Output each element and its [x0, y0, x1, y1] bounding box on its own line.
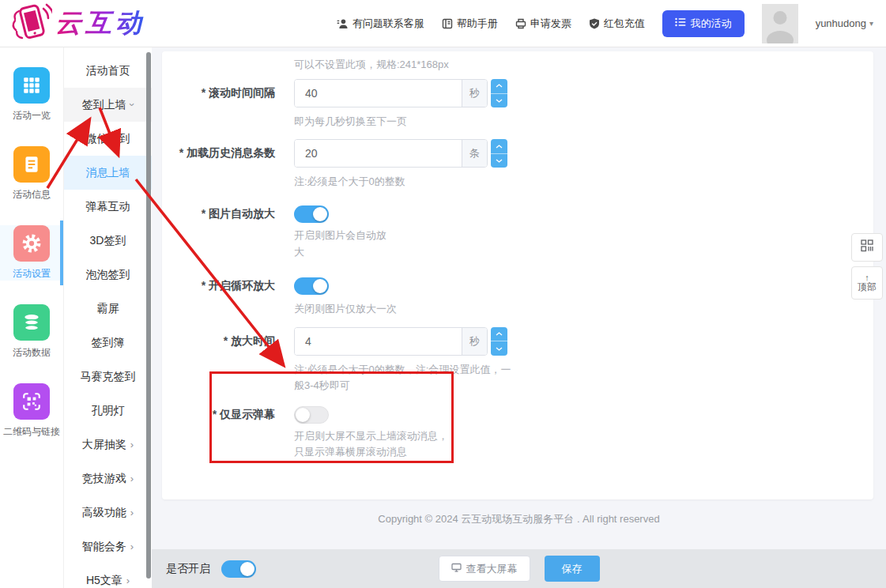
- database-icon: [13, 304, 50, 341]
- sidebar-item-label: 二维码与链接: [3, 425, 60, 439]
- app-header: 云互动 有问题联系客服 帮助手册: [0, 0, 886, 47]
- submenu-item-advanced[interactable]: 高级功能 ›: [64, 496, 152, 530]
- view-big-screen-label: 查看大屏幕: [466, 562, 518, 576]
- sidebar-item-activity-overview[interactable]: 活动一览: [0, 67, 63, 122]
- phone-logo-icon: [9, 2, 52, 46]
- field-label: * 仅显示弹幕: [162, 408, 275, 422]
- sidebar-item-label: 活动数据: [13, 346, 51, 360]
- save-button[interactable]: 保存: [545, 556, 600, 582]
- spinner-up-button[interactable]: [491, 79, 507, 94]
- submenu-item-wechat-signin[interactable]: 微信签到: [64, 122, 152, 156]
- unit-label: 条: [462, 140, 487, 167]
- spinner-up-button[interactable]: [491, 327, 507, 342]
- chevron-right-icon: ›: [130, 541, 134, 552]
- submenu-label: 签到簿: [92, 336, 125, 350]
- form-row-danmu-only: * 仅显示弹幕: [162, 406, 873, 424]
- scroll-interval-input[interactable]: [295, 80, 462, 107]
- submenu: 活动首页 签到上墙 › 微信签到 消息上墙 弹幕互动 3D签到 泡泡签到 霸屏 …: [63, 47, 152, 588]
- nav-customer-service[interactable]: 有问题联系客服: [337, 17, 424, 31]
- nav-help-manual[interactable]: 帮助手册: [442, 17, 498, 31]
- avatar-head: [773, 11, 786, 24]
- submenu-item-mosaic-signin[interactable]: 马赛克签到: [64, 360, 152, 394]
- floating-tools: ↑ 顶部: [851, 233, 883, 300]
- zoom-duration-input[interactable]: [295, 328, 462, 355]
- submenu-label: H5文章: [86, 574, 123, 588]
- history-count-input[interactable]: [295, 140, 462, 167]
- header-nav: 有问题联系客服 帮助手册 申请发票: [337, 4, 886, 43]
- field-hint: 注:必须是个大于0的整数: [294, 174, 873, 190]
- field-hint: 开启则大屏不显示上墙滚动消息， 只显示弹幕横屏滚动消息: [294, 428, 873, 460]
- submenu-label: 竞技游戏: [82, 472, 126, 486]
- form-row-loop-zoom: * 开启循环放大: [162, 277, 873, 295]
- submenu-item-danmu[interactable]: 弹幕互动: [64, 190, 152, 224]
- submenu-label: 孔明灯: [92, 404, 125, 418]
- submenu-item-smart-meeting[interactable]: 智能会务 ›: [64, 530, 152, 564]
- submenu-item-3d-signin[interactable]: 3D签到: [64, 224, 152, 258]
- spinner-down-button[interactable]: [491, 94, 507, 108]
- submenu-item-screen-takeover[interactable]: 霸屏: [64, 292, 152, 326]
- back-to-top-button[interactable]: ↑ 顶部: [851, 266, 883, 300]
- sidebar-item-activity-settings[interactable]: 活动设置: [0, 225, 63, 281]
- sidebar-item-qrcode-links[interactable]: 二维码与链接: [0, 383, 63, 439]
- avatar[interactable]: [762, 4, 798, 43]
- submenu-label: 智能会务: [82, 540, 126, 554]
- loop-zoom-toggle[interactable]: [294, 277, 329, 295]
- submenu-item-lottery[interactable]: 大屏抽奖 ›: [64, 428, 152, 462]
- enable-toggle[interactable]: [221, 560, 256, 578]
- submenu-item-signin-book[interactable]: 签到簿: [64, 326, 152, 360]
- unit-label: 秒: [462, 328, 487, 355]
- toggle-knob: [240, 562, 254, 576]
- number-spinner: [491, 79, 507, 107]
- field-label: * 滚动时间间隔: [162, 86, 275, 100]
- nav-label: 帮助手册: [457, 17, 498, 31]
- submenu-item-activity-home[interactable]: 活动首页: [64, 54, 152, 88]
- history-count-input-group: 条: [294, 139, 488, 168]
- nav-label: 申请发票: [530, 17, 571, 31]
- enable-label: 是否开启: [166, 562, 210, 576]
- main-content: 可以不设置此项，规格:241*168px * 滚动时间间隔 秒 即: [152, 47, 886, 588]
- nav-invoice[interactable]: 申请发票: [515, 17, 571, 31]
- submenu-item-lantern[interactable]: 孔明灯: [64, 394, 152, 428]
- form-row-scroll-interval: * 滚动时间间隔 秒: [162, 79, 873, 107]
- view-big-screen-button[interactable]: 查看大屏幕: [439, 556, 530, 582]
- submenu-item-bubble-signin[interactable]: 泡泡签到: [64, 258, 152, 292]
- my-activities-button[interactable]: 我的活动: [662, 10, 745, 37]
- list-icon: [675, 17, 686, 29]
- spinner-down-button[interactable]: [491, 341, 507, 356]
- chevron-right-icon: ›: [126, 575, 130, 586]
- submenu-item-message-wall[interactable]: 消息上墙: [64, 156, 152, 190]
- recharge-icon: [589, 18, 600, 29]
- sidebar-item-label: 活动设置: [13, 267, 51, 281]
- danmu-only-toggle[interactable]: [294, 406, 329, 424]
- chevron-right-icon: ›: [130, 439, 134, 450]
- spinner-down-button[interactable]: [491, 154, 507, 168]
- submenu-label: 消息上墙: [86, 166, 130, 180]
- chevron-down-icon: ›: [127, 103, 138, 106]
- field-label: * 放大时间: [162, 334, 275, 349]
- submenu-scrollbar[interactable]: [146, 52, 151, 579]
- nav-label: 有问题联系客服: [353, 17, 424, 31]
- logo[interactable]: 云互动: [9, 2, 145, 46]
- submenu-item-signin-wall[interactable]: 签到上墙 ›: [64, 88, 152, 122]
- back-to-top-label: 顶部: [858, 282, 877, 292]
- submenu-item-games[interactable]: 竞技游戏 ›: [64, 462, 152, 496]
- submenu-label: 高级功能: [82, 506, 126, 520]
- submenu-label: 微信签到: [86, 132, 130, 146]
- spinner-up-button[interactable]: [491, 139, 507, 154]
- field-label: * 图片自动放大: [162, 207, 275, 221]
- number-spinner: [491, 327, 507, 356]
- manual-icon: [442, 18, 453, 29]
- auto-zoom-toggle[interactable]: [294, 205, 329, 223]
- user-menu[interactable]: yunhudong ▾: [816, 17, 873, 29]
- nav-recharge[interactable]: 红包充值: [589, 17, 645, 31]
- submenu-item-h5-article[interactable]: H5文章 ›: [64, 564, 152, 588]
- logo-text: 云互动: [55, 6, 145, 41]
- submenu-label: 签到上墙: [82, 98, 126, 112]
- layout-qr-button[interactable]: [851, 233, 883, 262]
- monitor-icon: [451, 563, 462, 575]
- chevron-right-icon: ›: [130, 507, 134, 518]
- chevron-right-icon: ›: [130, 473, 134, 484]
- sidebar-item-activity-info[interactable]: 活动信息: [0, 146, 63, 202]
- submenu-label: 霸屏: [97, 302, 119, 316]
- sidebar-item-activity-data[interactable]: 活动数据: [0, 304, 63, 360]
